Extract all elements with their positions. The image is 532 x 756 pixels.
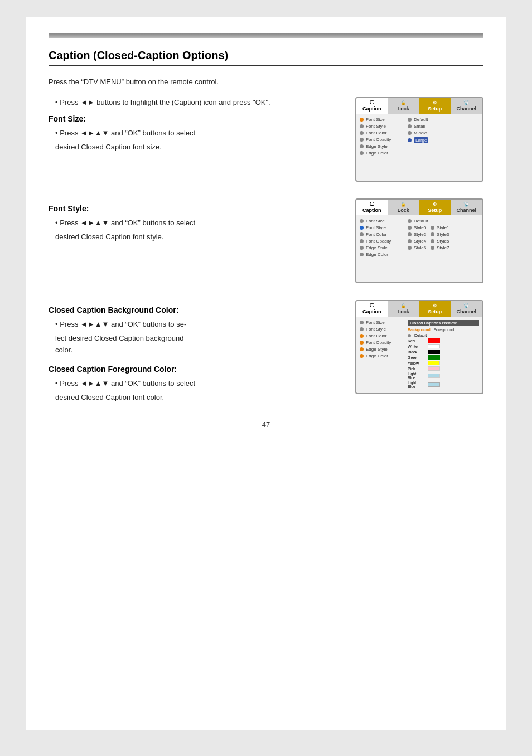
setup-icon-3: ⚙ (420, 303, 449, 308)
bg-indent-b: color. (49, 345, 344, 356)
menu-item-fontstyle-1: Font Style (360, 124, 404, 129)
color-default-row: Default (408, 333, 479, 337)
font-style-left: Font Style: Press ◄►▲▼ and “OK” buttons … (49, 198, 344, 243)
menu-item-edgecolor-2: Edge Color (360, 252, 404, 257)
caption-icon-2: 🖵 (357, 202, 386, 207)
menu-item-edgecolor-1: Edge Color (360, 151, 404, 156)
color-swatch-white (428, 344, 440, 348)
color-dot-default (408, 334, 411, 337)
font-style-heading: Font Style: (49, 204, 344, 213)
preview-tab-bg[interactable]: Background (408, 328, 431, 332)
color-swatch-red (428, 338, 440, 343)
menu-item-fontopacity-2: Font Opacity (360, 239, 404, 244)
preview-tab-fg[interactable]: Foreground (434, 328, 454, 332)
bg-fg-left: Closed Caption Background Color: Press ◄… (49, 300, 344, 404)
tv-screen-1: 🖵 Caption 🔒 Lock ⚙ Setup 📡 Channel (355, 97, 483, 182)
menu-item-fontopacity-3: Font Opacity (360, 340, 404, 345)
color-label-pink: Pink (408, 367, 424, 371)
lock-icon-3: 🔒 (389, 303, 418, 308)
color-black-row: Black (408, 350, 479, 354)
tv-body-2: Font Size Font Style Font Color Font Opa… (356, 215, 482, 282)
tv-tabs-1: 🖵 Caption 🔒 Lock ⚙ Setup 📡 Channel (356, 98, 482, 114)
color-label-lightblue: Light Blue (408, 372, 424, 380)
color-label-lightblue2: Light Blue (408, 381, 424, 389)
color-label-red: Red (408, 339, 424, 343)
color-swatch-pink (428, 366, 440, 371)
menu-item-fontsize-2: Font Size (360, 219, 404, 224)
color-green-row: Green (408, 355, 479, 360)
tv-tab-channel-2: 📡Channel (451, 200, 483, 215)
setup-icon-1: ⚙ (420, 100, 449, 105)
page-number: 47 (49, 420, 483, 429)
tv-tab-setup-3: ⚙Setup (419, 301, 451, 317)
caption-icon-3: 🖵 (357, 303, 386, 308)
color-label-green: Green (408, 356, 424, 360)
color-pink-row: Pink (408, 366, 479, 371)
option-row-67: Style6 Style7 (408, 245, 479, 252)
menu-item-fontcolor-3: Font Color (360, 333, 404, 338)
option-default-2: Default (408, 219, 479, 224)
channel-icon-1: 📡 (452, 100, 481, 105)
channel-icon-2: 📡 (452, 202, 481, 207)
tv-tab-lock-2: 🔒Lock (388, 200, 420, 215)
font-style-section: Font Style: Press ◄►▲▼ and “OK” buttons … (49, 198, 483, 283)
font-size-bullet2: Press ◄►▲▼ and “OK” buttons to select (49, 128, 344, 139)
fg-bullet: Press ◄►▲▼ and “OK” buttons to select (49, 378, 344, 390)
tv-screen-2: 🖵Caption 🔒Lock ⚙Setup 📡Channel Font Size (355, 198, 483, 283)
tv-screen-3: 🖵Caption 🔒Lock ⚙Setup 📡Channel Font Size (355, 300, 483, 394)
option-large-1: Large (408, 137, 479, 143)
setup-icon-2: ⚙ (420, 202, 449, 207)
menu-item-edgestyle-2: Edge Style (360, 245, 404, 250)
font-style-bullet: Press ◄►▲▼ and “OK” buttons to select (49, 217, 344, 229)
menu-item-fontcolor-2: Font Color (360, 232, 404, 237)
menu-item-fontstyle-2: Font Style (360, 225, 404, 230)
tv-tab-channel-1: 📡 Channel (451, 98, 483, 114)
caption-icon-1: 🖵 (357, 100, 386, 105)
preview-header: Closed Captions Preview (408, 320, 479, 326)
bg-bullet: Press ◄►▲▼ and “OK” buttons to se- (49, 319, 344, 331)
color-white-row: White (408, 344, 479, 348)
color-swatch-black (428, 350, 440, 354)
bg-indent-a: lect desired Closed Caption background (49, 333, 344, 345)
tv-tabs-2: 🖵Caption 🔒Lock ⚙Setup 📡Channel (356, 200, 482, 215)
menu-item-edgestyle-3: Edge Style (360, 347, 404, 352)
color-label-cyan: Yellow (408, 361, 424, 365)
color-label-black: Black (408, 350, 424, 354)
bg-fg-screen: 🖵Caption 🔒Lock ⚙Setup 📡Channel Font Size (355, 300, 483, 394)
tv-tabs-3: 🖵Caption 🔒Lock ⚙Setup 📡Channel (356, 301, 482, 317)
menu-item-fontstyle-3: Font Style (360, 327, 404, 332)
top-bar (49, 33, 483, 38)
option-default-1: Default (408, 117, 479, 122)
menu-item-fontcolor-1: Font Color (360, 130, 404, 135)
lock-icon-1: 🔒 (389, 100, 418, 105)
fg-indent: desired Closed Caption font color. (49, 392, 344, 404)
menu-item-fontsize-3: Font Size (360, 320, 404, 325)
color-swatch-lightblue (428, 374, 440, 378)
color-lightblue2-row: Light Blue (408, 381, 479, 389)
tv-menu-1: Font Size Font Style Font Color Font Opa… (360, 117, 404, 177)
tv-tab-caption-2: 🖵Caption (356, 200, 388, 215)
color-swatch-yellow (428, 361, 440, 365)
font-size-bullet1: Press ◄► buttons to highlight the (Capti… (49, 97, 344, 109)
menu-item-edgestyle-1: Edge Style (360, 144, 404, 149)
tv-tab-channel-3: 📡Channel (451, 301, 483, 317)
font-size-heading: Font Size: (49, 114, 344, 123)
tv-tab-lock-1: 🔒 Lock (388, 98, 420, 114)
menu-item-fontopacity-1: Font Opacity (360, 137, 404, 142)
page-title: Caption (Closed-Caption Options) (49, 49, 483, 66)
bg-heading: Closed Caption Background Color: (49, 306, 344, 314)
tv-tab-setup-1: ⚙ Setup (419, 98, 451, 114)
color-label-default: Default (414, 333, 427, 337)
tv-menu-3: Font Size Font Style Font Color Font Opa… (360, 320, 404, 390)
font-size-screen: 🖵 Caption 🔒 Lock ⚙ Setup 📡 Channel (355, 97, 483, 182)
option-small-1: Small (408, 124, 479, 129)
font-size-left: Press ◄► buttons to highlight the (Capti… (49, 97, 344, 153)
font-style-indent: desired Closed Caption font style. (49, 231, 344, 243)
color-cyan-row: Yellow (408, 361, 479, 365)
tv-body-1: Font Size Font Style Font Color Font Opa… (356, 114, 482, 181)
font-size-indent: desired Closed Caption font size. (49, 142, 344, 153)
option-row-45: Style4 Style5 (408, 239, 479, 245)
menu-item-edgecolor-3: Edge Color (360, 353, 404, 358)
page: Caption (Closed-Caption Options) Press t… (26, 17, 506, 730)
channel-icon-3: 📡 (452, 303, 481, 308)
